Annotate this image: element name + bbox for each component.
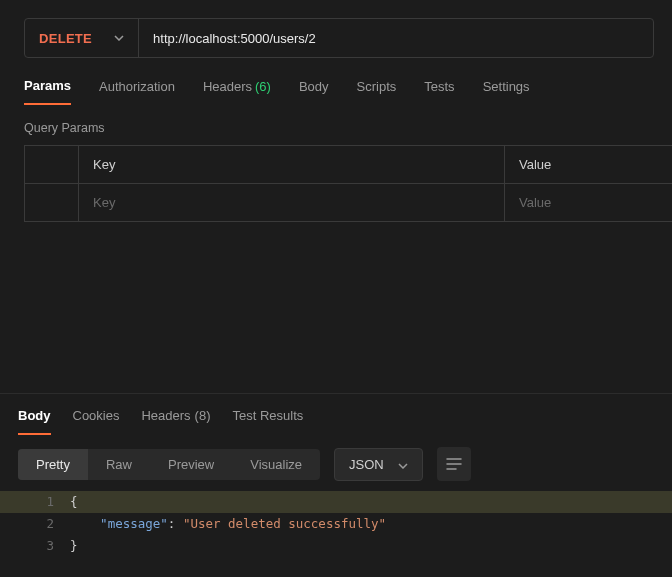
table-header-key: Key	[79, 146, 505, 184]
query-params-table: Key Value Key Value	[24, 145, 672, 222]
tab-tests[interactable]: Tests	[424, 78, 454, 105]
tab-headers[interactable]: Headers(6)	[203, 78, 271, 105]
tab-settings[interactable]: Settings	[483, 78, 530, 105]
headers-count-badge: (6)	[255, 79, 271, 94]
http-method-label: DELETE	[39, 31, 92, 46]
format-label: JSON	[349, 457, 384, 472]
response-body-code[interactable]: 1 { 2 "message": "User deleted successfu…	[0, 491, 672, 577]
url-input[interactable]	[139, 19, 653, 57]
http-method-select[interactable]: DELETE	[25, 19, 139, 57]
table-row[interactable]: Key Value	[25, 184, 672, 222]
view-preview-button[interactable]: Preview	[150, 449, 232, 480]
view-mode-group: Pretty Raw Preview Visualize	[18, 449, 320, 480]
line-number: 1	[0, 491, 70, 513]
line-number: 3	[0, 535, 70, 557]
response-tab-cookies[interactable]: Cookies	[73, 408, 120, 435]
row-key-input[interactable]: Key	[79, 184, 505, 222]
line-number: 2	[0, 513, 70, 535]
tab-params[interactable]: Params	[24, 78, 71, 105]
view-pretty-button[interactable]: Pretty	[18, 449, 88, 480]
response-panel: Body Cookies Headers(8) Test Results Pre…	[0, 393, 672, 577]
tab-body[interactable]: Body	[299, 78, 329, 105]
table-header-row: Key Value	[25, 146, 672, 184]
request-tabs: Params Authorization Headers(6) Body Scr…	[0, 58, 672, 105]
table-header-checkbox	[25, 146, 79, 184]
chevron-down-icon	[398, 457, 408, 472]
row-value-input[interactable]: Value	[505, 184, 672, 222]
response-headers-count-badge: (8)	[195, 408, 211, 425]
tab-authorization[interactable]: Authorization	[99, 78, 175, 105]
row-checkbox[interactable]	[25, 184, 79, 222]
view-visualize-button[interactable]: Visualize	[232, 449, 320, 480]
response-tabs: Body Cookies Headers(8) Test Results	[0, 394, 672, 435]
response-tab-body[interactable]: Body	[18, 408, 51, 435]
table-header-value: Value	[505, 146, 672, 184]
response-toolbar: Pretty Raw Preview Visualize JSON	[0, 435, 672, 491]
response-tab-headers[interactable]: Headers(8)	[141, 408, 210, 435]
format-select[interactable]: JSON	[334, 448, 423, 481]
tab-scripts[interactable]: Scripts	[357, 78, 397, 105]
wrap-lines-button[interactable]	[437, 447, 471, 481]
view-raw-button[interactable]: Raw	[88, 449, 150, 480]
chevron-down-icon	[114, 35, 124, 41]
wrap-icon	[446, 457, 462, 471]
response-tab-test-results[interactable]: Test Results	[233, 408, 304, 435]
query-params-label: Query Params	[24, 121, 672, 135]
